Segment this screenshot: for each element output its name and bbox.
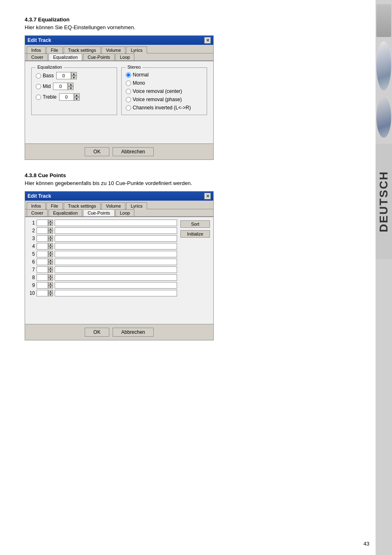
cue-spin-up-9[interactable]: ▲ bbox=[48, 282, 53, 285]
cue-tab-track-settings[interactable]: Track settings bbox=[64, 202, 101, 209]
eq-bass-spin-up[interactable]: ▲ bbox=[71, 72, 77, 76]
eq-mid-row: Mid 0 ▲ ▼ bbox=[36, 83, 113, 90]
cue-spin-down-7[interactable]: ▼ bbox=[48, 270, 53, 273]
cue-text-9[interactable] bbox=[55, 282, 177, 289]
cue-spin-input-7[interactable] bbox=[37, 266, 48, 273]
tab-volume[interactable]: Volume bbox=[101, 46, 126, 53]
stereo-mono-label[interactable]: Mono bbox=[126, 80, 203, 86]
stereo-voice-phase-label[interactable]: Voice removal (phase) bbox=[126, 97, 203, 102]
cue-spin-up-7[interactable]: ▲ bbox=[48, 266, 53, 270]
eq-bass-spin-down[interactable]: ▼ bbox=[71, 76, 77, 79]
cue-sort-button[interactable]: Sort bbox=[180, 220, 210, 228]
dialog-eq-title: Edit Track bbox=[28, 37, 51, 43]
eq-bass-radio-label[interactable]: Bass bbox=[36, 73, 54, 79]
cue-tab-loop[interactable]: Loop bbox=[115, 209, 134, 216]
eq-mid-radio-label[interactable]: Mid bbox=[36, 83, 51, 89]
cue-spin-up-2[interactable]: ▲ bbox=[48, 227, 53, 231]
cue-text-3[interactable] bbox=[55, 235, 177, 242]
cue-spin-input-8[interactable] bbox=[37, 274, 48, 281]
cue-text-10[interactable] bbox=[55, 290, 177, 296]
cue-tab-infos[interactable]: Infos bbox=[27, 202, 46, 209]
cue-text-5[interactable] bbox=[55, 251, 177, 257]
cue-spin-up-4[interactable]: ▲ bbox=[48, 243, 53, 246]
cue-tab-file[interactable]: File bbox=[46, 202, 63, 209]
stereo-voice-center-radio[interactable] bbox=[126, 89, 131, 94]
cue-spin-down-5[interactable]: ▼ bbox=[48, 254, 53, 257]
dialog-cue-ok-button[interactable]: OK bbox=[85, 328, 109, 337]
eq-treble-spin-down[interactable]: ▼ bbox=[74, 97, 80, 101]
cue-spin-up-8[interactable]: ▲ bbox=[48, 274, 53, 278]
stereo-normal-radio[interactable] bbox=[126, 72, 131, 78]
eq-mid-input[interactable]: 0 bbox=[53, 83, 68, 90]
eq-mid-spin-down[interactable]: ▼ bbox=[68, 86, 74, 90]
cue-text-1[interactable] bbox=[55, 220, 177, 226]
cue-spin-input-5[interactable] bbox=[37, 251, 48, 257]
stereo-mono-radio[interactable] bbox=[126, 81, 131, 86]
bar-top-shape bbox=[376, 4, 391, 37]
tab-infos[interactable]: Infos bbox=[27, 46, 46, 53]
cue-spin-up-3[interactable]: ▲ bbox=[48, 235, 53, 238]
tab-cover[interactable]: Cover bbox=[27, 53, 48, 60]
stereo-voice-phase-radio[interactable] bbox=[126, 97, 131, 102]
dialog-cue-close-button[interactable]: ✕ bbox=[204, 193, 211, 199]
cue-text-8[interactable] bbox=[55, 274, 177, 281]
cue-spin-input-10[interactable] bbox=[37, 290, 48, 296]
dialog-eq-tabs-row2: Cover Equalization Cue-Points Loop bbox=[25, 53, 213, 61]
cue-spin-up-6[interactable]: ▲ bbox=[48, 259, 53, 262]
dialog-eq-cancel-button[interactable]: Abbrechen bbox=[113, 147, 154, 156]
cue-row-9: 9 ▲ ▼ bbox=[28, 282, 177, 289]
cue-spin-down-10[interactable]: ▼ bbox=[48, 293, 53, 296]
cue-row-5: 5 ▲ ▼ bbox=[28, 251, 177, 257]
cue-spin-down-3[interactable]: ▼ bbox=[48, 238, 53, 242]
cue-spin-down-4[interactable]: ▼ bbox=[48, 246, 53, 250]
cue-text-2[interactable] bbox=[55, 227, 177, 234]
stereo-channels-inverted-radio[interactable] bbox=[126, 105, 131, 111]
tab-loop[interactable]: Loop bbox=[115, 53, 134, 60]
cue-spin-input-4[interactable] bbox=[37, 243, 48, 250]
cue-spin-input-6[interactable] bbox=[37, 259, 48, 265]
stereo-voice-center-label[interactable]: Voice removal (center) bbox=[126, 88, 203, 94]
cue-tab-lyrics[interactable]: Lyrics bbox=[126, 202, 147, 209]
cue-spin-down-2[interactable]: ▼ bbox=[48, 231, 53, 234]
tab-cue-points[interactable]: Cue-Points bbox=[83, 53, 114, 60]
cue-spin-input-9[interactable] bbox=[37, 282, 48, 289]
eq-treble-spin-up[interactable]: ▲ bbox=[74, 93, 80, 97]
section-language-label: DEUTSCH bbox=[376, 144, 392, 259]
cue-spin-btns-2: ▲ ▼ bbox=[48, 227, 53, 234]
cue-tab-cover[interactable]: Cover bbox=[27, 209, 48, 216]
tab-equalization[interactable]: Equalization bbox=[48, 53, 82, 60]
cue-spin-up-1[interactable]: ▲ bbox=[48, 220, 53, 223]
stereo-normal-label[interactable]: Normal bbox=[126, 72, 203, 78]
cue-text-4[interactable] bbox=[55, 243, 177, 250]
cue-spin-up-5[interactable]: ▲ bbox=[48, 251, 53, 254]
cue-text-6[interactable] bbox=[55, 259, 177, 265]
cue-spin-input-2[interactable] bbox=[37, 227, 48, 234]
eq-mid-radio[interactable] bbox=[36, 84, 41, 89]
eq-treble-radio-label[interactable]: Treble bbox=[36, 94, 57, 100]
cue-spin-input-1[interactable] bbox=[37, 220, 48, 226]
cue-spin-down-1[interactable]: ▼ bbox=[48, 223, 53, 226]
cue-spin-down-9[interactable]: ▼ bbox=[48, 285, 53, 289]
eq-treble-row: Treble 0 ▲ ▼ bbox=[36, 93, 113, 101]
cue-text-7[interactable] bbox=[55, 266, 177, 273]
dialog-eq-close-button[interactable]: ✕ bbox=[204, 37, 211, 44]
cue-tab-cue-points[interactable]: Cue-Points bbox=[83, 209, 114, 216]
eq-bass-input[interactable]: 0 bbox=[56, 72, 71, 79]
tab-track-settings[interactable]: Track settings bbox=[64, 46, 101, 53]
cue-spin-up-10[interactable]: ▲ bbox=[48, 290, 53, 293]
eq-bass-radio[interactable] bbox=[36, 73, 41, 79]
dialog-cue-cancel-button[interactable]: Abbrechen bbox=[113, 328, 154, 337]
cue-spin-down-8[interactable]: ▼ bbox=[48, 278, 53, 281]
tab-file[interactable]: File bbox=[46, 46, 63, 53]
cue-tab-volume[interactable]: Volume bbox=[101, 202, 126, 209]
stereo-channels-inverted-label[interactable]: Channels inverted (L<->R) bbox=[126, 105, 203, 111]
eq-mid-spin-up[interactable]: ▲ bbox=[68, 83, 74, 86]
dialog-eq-ok-button[interactable]: OK bbox=[85, 147, 109, 156]
eq-treble-input[interactable]: 0 bbox=[59, 93, 74, 101]
cue-spin-input-3[interactable] bbox=[37, 235, 48, 242]
eq-treble-radio[interactable] bbox=[36, 95, 41, 100]
tab-lyrics[interactable]: Lyrics bbox=[126, 46, 147, 53]
cue-tab-equalization[interactable]: Equalization bbox=[48, 209, 82, 216]
cue-initialize-button[interactable]: Initialize bbox=[180, 230, 210, 238]
cue-spin-down-6[interactable]: ▼ bbox=[48, 262, 53, 265]
